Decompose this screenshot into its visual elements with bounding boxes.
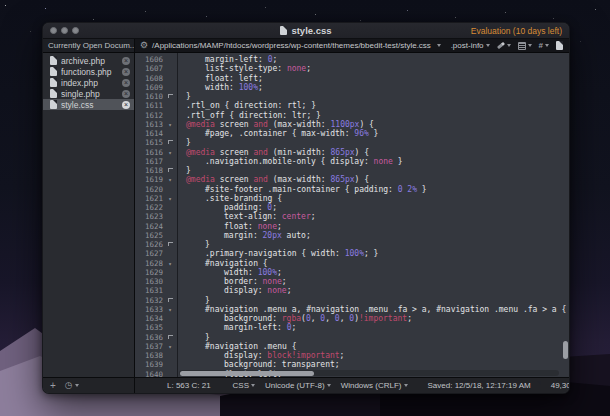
line-number: 1607 bbox=[135, 64, 163, 73]
code-line: 1622padding: 0; bbox=[135, 203, 569, 212]
sidebar-footer: + ◷ bbox=[43, 378, 135, 393]
code-line: 1608float: left; bbox=[135, 74, 569, 83]
line-number: 1608 bbox=[135, 74, 163, 83]
code-line: 1615} bbox=[135, 138, 569, 147]
fold-marker[interactable]: ▾ bbox=[163, 175, 177, 184]
fold-marker[interactable]: ▾ bbox=[163, 259, 177, 268]
document-options-button[interactable] bbox=[556, 41, 563, 50]
chevron-down-icon bbox=[528, 44, 532, 47]
editable-pencil-icon bbox=[417, 384, 419, 386]
code-text: #site-footer .main-container { padding: … bbox=[177, 185, 569, 194]
sidebar-file[interactable]: index.php× bbox=[43, 77, 134, 88]
symbols-menu-button[interactable]: # bbox=[539, 41, 549, 50]
line-number: 1629 bbox=[135, 268, 163, 277]
file-name: functions.php bbox=[61, 67, 118, 77]
line-number: 1613 bbox=[135, 120, 163, 129]
code-line: 1638display: block!important; bbox=[135, 351, 569, 360]
function-popup[interactable]: .post-info bbox=[451, 41, 490, 50]
file-name: archive.php bbox=[61, 56, 118, 66]
add-document-button[interactable]: + bbox=[50, 381, 56, 391]
minimize-window-button[interactable] bbox=[61, 27, 68, 34]
code-text: } bbox=[177, 333, 569, 342]
vertical-scrollbar[interactable] bbox=[560, 53, 569, 377]
file-icon bbox=[50, 89, 57, 98]
list-icon bbox=[518, 42, 526, 50]
line-number: 1630 bbox=[135, 277, 163, 286]
file-close-button[interactable]: × bbox=[122, 57, 130, 65]
code-editor[interactable]: 1606margin-left: 0;1607list-style-type: … bbox=[135, 53, 569, 377]
line-number: 1606 bbox=[135, 55, 163, 64]
line-number: 1638 bbox=[135, 351, 163, 360]
recent-documents-button[interactable]: ◷ bbox=[65, 381, 79, 390]
code-text: @media screen and (max-width: 1100px) { bbox=[177, 120, 569, 129]
line-number: 1636 bbox=[135, 333, 163, 342]
code-line: 1637▾#navigation .menu { bbox=[135, 342, 569, 351]
line-number: 1628 bbox=[135, 259, 163, 268]
encoding-menu[interactable]: Unicode (UTF-8) bbox=[265, 381, 331, 390]
fold-marker[interactable] bbox=[163, 240, 177, 249]
gear-icon[interactable]: ⚙ bbox=[140, 41, 148, 50]
saved-timestamp: Saved: 12/5/18, 12:17:19 AM bbox=[428, 381, 531, 390]
desktop: style.css Evaluation (10 days left) Curr… bbox=[0, 0, 610, 416]
chevron-down-icon bbox=[545, 44, 549, 47]
code-line: 1609width: 100%; bbox=[135, 83, 569, 92]
line-number: 1624 bbox=[135, 222, 163, 231]
code-line: 1618} bbox=[135, 166, 569, 175]
close-window-button[interactable] bbox=[50, 27, 57, 34]
fold-marker[interactable] bbox=[163, 166, 177, 175]
language-menu[interactable]: CSS bbox=[233, 381, 255, 390]
hash-icon: # bbox=[539, 41, 543, 50]
sidebar-file[interactable]: archive.php× bbox=[43, 55, 134, 66]
line-endings-menu[interactable]: Windows (CRLF) bbox=[341, 381, 408, 390]
horizontal-scrollbar[interactable] bbox=[179, 370, 559, 376]
file-icon bbox=[50, 67, 57, 76]
zoom-window-button[interactable] bbox=[72, 27, 79, 34]
sidebar-file[interactable]: style.css× bbox=[43, 99, 134, 110]
code-text: #navigation { bbox=[177, 259, 569, 268]
chevron-down-icon bbox=[75, 384, 79, 387]
markers-menu-button[interactable] bbox=[518, 42, 532, 50]
code-line: 1624float: none; bbox=[135, 222, 569, 231]
fold-marker[interactable] bbox=[163, 92, 177, 101]
file-path-dropdown[interactable]: ⚙ /Applications/MAMP/htdocs/wordpress/wp… bbox=[135, 39, 445, 52]
fold-marker[interactable] bbox=[163, 296, 177, 305]
line-number: 1623 bbox=[135, 212, 163, 221]
code-text: width: 100%; bbox=[177, 268, 569, 277]
file-close-button[interactable]: × bbox=[122, 90, 130, 98]
gutter-divider bbox=[177, 53, 178, 377]
line-number: 1615 bbox=[135, 138, 163, 147]
code-text: } bbox=[177, 92, 569, 101]
file-icon bbox=[50, 100, 57, 109]
code-line: 1606margin-left: 0; bbox=[135, 55, 569, 64]
file-close-button[interactable]: × bbox=[122, 79, 130, 87]
pencil-menu-button[interactable] bbox=[497, 44, 511, 47]
fold-marker[interactable]: ▾ bbox=[163, 305, 177, 314]
path-bar: Currently Open Docum... ⚙ /Applications/… bbox=[43, 39, 569, 53]
fold-marker[interactable]: ▾ bbox=[163, 148, 177, 157]
line-number: 1637 bbox=[135, 342, 163, 351]
line-number: 1635 bbox=[135, 323, 163, 332]
code-text: list-style-type: none; bbox=[177, 64, 569, 73]
line-number: 1610 bbox=[135, 92, 163, 101]
vertical-scroll-thumb[interactable] bbox=[563, 341, 568, 359]
fold-marker[interactable] bbox=[163, 138, 177, 147]
code-line: 1632} bbox=[135, 296, 569, 305]
code-text: float: none; bbox=[177, 222, 569, 231]
sidebar-file[interactable]: functions.php× bbox=[43, 66, 134, 77]
line-number: 1634 bbox=[135, 314, 163, 323]
clock-icon: ◷ bbox=[65, 381, 73, 390]
code-text: margin-left: 0; bbox=[177, 55, 569, 64]
horizontal-scroll-thumb[interactable] bbox=[180, 371, 314, 376]
language-label: CSS bbox=[233, 381, 249, 390]
fold-marker[interactable] bbox=[163, 333, 177, 342]
file-close-button[interactable]: × bbox=[122, 68, 130, 76]
line-number: 1616 bbox=[135, 148, 163, 157]
sidebar-file[interactable]: single.php× bbox=[43, 88, 134, 99]
starfield bbox=[5, 5, 6, 6]
code-text: .navigation.mobile-only { display: none … bbox=[177, 157, 569, 166]
fold-marker[interactable]: ▾ bbox=[163, 194, 177, 203]
path-bar-tools: .post-info # bbox=[445, 39, 569, 52]
fold-marker[interactable]: ▾ bbox=[163, 120, 177, 129]
file-close-button[interactable]: × bbox=[122, 101, 130, 109]
fold-marker[interactable]: ▾ bbox=[163, 342, 177, 351]
